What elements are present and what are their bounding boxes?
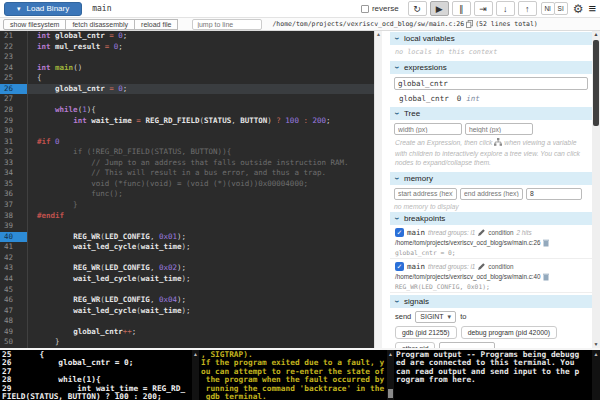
scroll-up-icon[interactable]: ▲ <box>592 350 600 358</box>
reverse-toggle[interactable]: reverse <box>361 4 399 13</box>
reload-file-button[interactable]: reload file <box>134 19 178 30</box>
copy-path-icon[interactable] <box>466 20 473 28</box>
line-number[interactable]: 38 <box>0 211 28 222</box>
line-number[interactable]: 33 <box>0 158 28 169</box>
status-terminal-scrollbar[interactable]: ▲ <box>387 350 394 400</box>
line-number[interactable]: 24 <box>0 63 28 74</box>
step-into-button[interactable]: ↓ <box>496 1 515 16</box>
code-line: 32 if (!REG_RD_FIELD(STATUS, BUTTON)){ <box>0 147 374 158</box>
signal-target-program-button[interactable]: debug program (pid 42000) <box>461 326 557 339</box>
fetch-disassembly-button[interactable]: fetch disassembly <box>65 19 135 30</box>
editor-sidebar-splitter[interactable] <box>382 31 390 348</box>
line-number[interactable]: 29 <box>0 116 28 127</box>
line-number[interactable]: 36 <box>0 189 28 200</box>
sidebar-scrollbar[interactable]: ▲ ▼ <box>592 31 600 348</box>
scroll-down-icon[interactable]: ▼ <box>592 341 600 348</box>
trash-icon[interactable] <box>543 239 549 247</box>
signals-header[interactable]: › signals <box>390 295 592 308</box>
tree-height-input[interactable] <box>465 123 533 135</box>
breakpoint-line-number[interactable]: 40 <box>0 232 28 243</box>
line-number[interactable]: 21 <box>0 31 28 42</box>
gdb-terminal-scrollbar[interactable]: ▲ <box>192 350 199 400</box>
expression-input[interactable] <box>394 77 588 90</box>
expressions-header[interactable]: › expressions <box>390 61 592 74</box>
scroll-up-icon[interactable]: ▲ <box>592 31 600 38</box>
load-binary-button[interactable]: ▾ Load Binary <box>4 2 82 16</box>
line-number[interactable]: 45 <box>0 285 28 296</box>
dropdown-caret-icon[interactable]: ▾ <box>17 5 21 12</box>
status-terminal[interactable]: , SIGTRAP). If the program exited due to… <box>199 350 387 400</box>
memory-header[interactable]: › memory <box>390 172 592 185</box>
source-code-editor: 21int global_cntr = 0;22int mul_result =… <box>0 31 374 348</box>
line-number[interactable]: 46 <box>0 295 28 306</box>
line-number[interactable]: 41 <box>0 242 28 253</box>
line-number[interactable]: 42 <box>0 253 28 264</box>
editor-scrollbar[interactable]: ▲ <box>374 31 382 348</box>
line-number[interactable]: 48 <box>0 316 28 327</box>
step-instruction-button[interactable]: SI <box>554 2 568 15</box>
line-number[interactable]: 49 <box>0 327 28 338</box>
program-output-terminal[interactable]: Program output -- Programs being debugg … <box>394 350 592 400</box>
breakpoint-checkbox[interactable]: ✓ <box>395 228 404 237</box>
lines-total-text: (52 lines total) <box>475 20 538 28</box>
panel-title: memory <box>404 174 433 183</box>
gdb-terminal-text: 25 { 26 global_cntr = 0; 27 28 while(1){… <box>0 350 192 400</box>
breakpoint-line-number[interactable]: 26 <box>0 84 28 95</box>
gdb-terminal[interactable]: 25 { 26 global_cntr = 0; 27 28 while(1){… <box>0 350 192 400</box>
breakpoint-checkbox[interactable]: ✓ <box>395 262 404 271</box>
scrollbar-thumb[interactable] <box>593 40 599 126</box>
run-button[interactable]: ↻ <box>408 1 427 16</box>
next-instruction-button[interactable]: NI <box>541 2 555 15</box>
chevron-down-icon: › <box>392 37 401 40</box>
continue-button[interactable]: ▶ <box>430 1 449 16</box>
memory-bytes-input[interactable] <box>526 188 582 200</box>
tree-header[interactable]: › Tree <box>390 107 592 120</box>
settings-gear-icon[interactable]: ⚙ <box>573 3 584 15</box>
trash-icon[interactable] <box>543 273 549 281</box>
scroll-up-icon[interactable]: ▲ <box>387 350 394 358</box>
local-variables-header[interactable]: › local variables <box>390 32 592 45</box>
line-number[interactable]: 34 <box>0 168 28 179</box>
signal-target-gdb-button[interactable]: gdb (pid 21255) <box>395 326 457 339</box>
line-number[interactable]: 25 <box>0 73 28 84</box>
step-out-button[interactable]: ↑ <box>518 1 537 16</box>
pencil-icon[interactable] <box>478 229 485 236</box>
step-over-button[interactable]: ⇥ <box>474 1 493 16</box>
line-number[interactable]: 27 <box>0 94 28 105</box>
line-number[interactable]: 23 <box>0 52 28 63</box>
breakpoint-condition-link[interactable]: condition <box>488 229 513 236</box>
line-number[interactable]: 50 <box>0 337 28 348</box>
binary-path-input[interactable] <box>92 2 222 16</box>
line-number[interactable]: 35 <box>0 179 28 190</box>
jump-to-line-input[interactable] <box>192 19 262 30</box>
show-filesystem-button[interactable]: show filesystem <box>3 19 66 30</box>
code-line-content: { <box>28 73 42 84</box>
scroll-up-icon[interactable]: ▲ <box>192 350 199 358</box>
memory-end-address-input[interactable] <box>460 188 523 200</box>
expression-row[interactable]: global_cntr0int <box>390 92 592 105</box>
breakpoint-thread-groups: thread groups: i1 <box>428 263 475 270</box>
tree-width-input[interactable] <box>394 123 462 135</box>
scroll-up-icon[interactable]: ▲ <box>375 31 382 38</box>
pause-button[interactable]: ∥ <box>452 1 471 16</box>
breakpoints-header[interactable]: › breakpoints <box>390 212 592 225</box>
line-number[interactable]: 31 <box>0 137 28 148</box>
signal-select[interactable]: SIGINT ▾ <box>415 311 456 323</box>
line-number[interactable]: 39 <box>0 221 28 232</box>
line-number[interactable]: 30 <box>0 126 28 137</box>
line-number[interactable]: 47 <box>0 306 28 317</box>
pencil-icon[interactable] <box>478 263 485 270</box>
code-line-content: int mul_result = 0; <box>28 42 123 53</box>
breakpoint-condition-link[interactable]: condition <box>488 263 513 270</box>
line-number[interactable]: 43 <box>0 263 28 274</box>
reverse-checkbox[interactable] <box>361 5 369 13</box>
line-number[interactable]: 28 <box>0 105 28 116</box>
line-number[interactable]: 44 <box>0 274 28 285</box>
program-output-scrollbar[interactable]: ▲ <box>592 350 600 400</box>
line-number[interactable]: 32 <box>0 147 28 158</box>
scrollbar-thumb[interactable] <box>388 389 393 398</box>
line-number[interactable]: 37 <box>0 200 28 211</box>
line-number[interactable]: 22 <box>0 42 28 53</box>
hamburger-menu-icon[interactable]: ≡ <box>588 2 596 15</box>
memory-start-address-input[interactable] <box>394 188 457 200</box>
